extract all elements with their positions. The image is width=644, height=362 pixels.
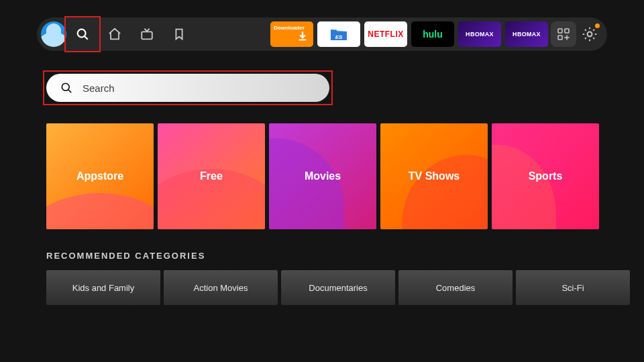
- svg-point-0: [78, 29, 86, 38]
- recommended-item[interactable]: Action Movies: [164, 270, 278, 305]
- svg-line-1: [85, 36, 88, 40]
- svg-rect-6: [565, 29, 569, 33]
- search-icon: [60, 81, 73, 95]
- app-label: HBOMAX: [466, 31, 494, 38]
- app-tile-es-file-explorer[interactable]: ES: [317, 21, 360, 47]
- nav-live-button[interactable]: [131, 18, 163, 50]
- tile-label: TV Shows: [409, 170, 460, 182]
- app-label: HBOMAX: [513, 31, 541, 38]
- top-nav: Downloader ES NETFLIX hulu HBO: [37, 17, 607, 51]
- svg-rect-2: [142, 32, 152, 39]
- recommended-item[interactable]: Documentaries: [281, 270, 395, 305]
- firetv-home: Downloader ES NETFLIX hulu HBO: [0, 0, 644, 362]
- apps-grid-icon: [557, 27, 570, 41]
- app-tile-hbomax-2[interactable]: HBOMAX: [505, 21, 548, 47]
- home-icon: [107, 27, 122, 42]
- app-tile-hbomax-1[interactable]: HBOMAX: [458, 21, 501, 47]
- recommended-item[interactable]: Sci-Fi: [516, 270, 630, 305]
- app-label: NETFLIX: [368, 29, 404, 39]
- nav-home-button[interactable]: [99, 18, 131, 50]
- notification-dot-icon: [595, 23, 600, 28]
- download-arrow-icon: [297, 29, 309, 44]
- bookmark-icon: [172, 27, 186, 42]
- nav-bookmarks-button[interactable]: [163, 18, 195, 50]
- search-input[interactable]: Search: [46, 74, 329, 102]
- category-tile-tvshows[interactable]: TV Shows: [380, 123, 488, 229]
- nav-search-button[interactable]: [66, 18, 99, 50]
- app-tile-downloader[interactable]: Downloader: [270, 21, 313, 47]
- tile-label: Appstore: [76, 170, 123, 182]
- recommended-item[interactable]: Kids and Family: [46, 270, 160, 305]
- folder-icon: ES: [329, 26, 348, 42]
- app-tile-hulu[interactable]: hulu: [411, 21, 454, 47]
- category-tiles-row: Appstore Free Movies TV Shows Sports: [46, 123, 644, 229]
- recommended-title: RECOMMENDED CATEGORIES: [46, 251, 644, 261]
- tv-icon: [140, 27, 154, 42]
- settings-button[interactable]: [576, 21, 603, 48]
- search-field-area: Search: [46, 74, 329, 102]
- svg-rect-7: [558, 36, 562, 40]
- tile-label: Free: [200, 170, 223, 182]
- app-label: hulu: [423, 29, 443, 40]
- apps-grid-button[interactable]: [551, 21, 576, 47]
- tile-label: Movies: [305, 170, 341, 182]
- recommended-item[interactable]: Comedies: [398, 270, 513, 305]
- svg-line-12: [68, 90, 71, 93]
- svg-point-11: [62, 83, 69, 90]
- category-tile-free[interactable]: Free: [158, 123, 265, 229]
- recommended-row: Kids and Family Action Movies Documentar…: [46, 270, 644, 305]
- category-tile-movies[interactable]: Movies: [269, 123, 376, 229]
- svg-text:ES: ES: [335, 34, 343, 40]
- category-tile-appstore[interactable]: Appstore: [46, 123, 154, 229]
- svg-point-10: [588, 32, 592, 37]
- svg-rect-3: [299, 40, 307, 41]
- search-icon: [75, 27, 90, 42]
- search-placeholder: Search: [83, 82, 115, 94]
- profile-avatar[interactable]: [41, 21, 66, 47]
- recent-apps-row: Downloader ES NETFLIX hulu HBO: [270, 21, 548, 47]
- tile-label: Sports: [529, 170, 563, 182]
- gear-icon: [581, 25, 598, 43]
- category-tile-sports[interactable]: Sports: [492, 123, 599, 229]
- app-tile-netflix[interactable]: NETFLIX: [364, 21, 407, 47]
- svg-rect-5: [558, 29, 562, 33]
